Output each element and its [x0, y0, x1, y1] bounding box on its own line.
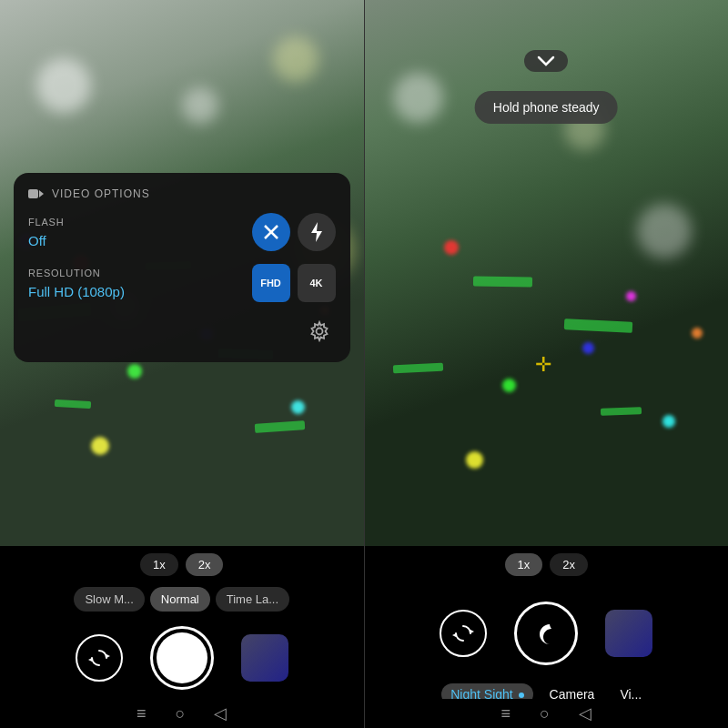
chevron-down-button[interactable]: [524, 50, 568, 72]
video-icon: [28, 187, 45, 200]
flash-row: FLASH Off: [28, 213, 336, 251]
back-icon-right[interactable]: ◁: [579, 703, 592, 723]
zoom-1x-right[interactable]: 1x: [505, 553, 543, 576]
left-controls-row: [0, 619, 364, 697]
svg-point-5: [316, 329, 322, 335]
video-options-panel: VIDEO OPTIONS FLASH Off: [14, 173, 350, 362]
flash-value: Off: [28, 233, 64, 248]
home-icon-right[interactable]: ○: [540, 704, 550, 723]
svg-marker-7: [88, 658, 92, 662]
svg-marker-6: [106, 654, 110, 658]
home-icon-left[interactable]: ○: [176, 704, 186, 723]
left-panel: VIDEO OPTIONS FLASH Off: [0, 0, 364, 728]
resolution-label: RESOLUTION: [28, 268, 125, 278]
timelapse-mode[interactable]: Time La...: [216, 587, 289, 612]
normal-mode[interactable]: Normal: [150, 587, 210, 612]
flip-camera-button-right[interactable]: [440, 610, 487, 657]
flash-off-button[interactable]: [252, 213, 290, 251]
right-nav-bar: ≡ ○ ◁: [365, 699, 729, 728]
resolution-value: Full HD (1080p): [28, 284, 125, 299]
resolution-row: RESOLUTION Full HD (1080p) FHD 4K: [28, 264, 336, 302]
gear-icon: [308, 320, 330, 342]
thumbnail-left[interactable]: [241, 634, 288, 682]
shutter-button-right[interactable]: [514, 602, 578, 665]
right-panel: ✛ Hold phone steady 1x 2x: [365, 0, 729, 728]
settings-button[interactable]: [303, 315, 336, 348]
flip-camera-icon-right: [451, 622, 475, 645]
mode-selector-row: Slow M... Normal Time La...: [74, 587, 289, 612]
right-zoom-row: 1x 2x: [505, 553, 588, 576]
svg-marker-4: [311, 222, 322, 242]
flip-camera-button-left[interactable]: [76, 634, 123, 682]
flash-on-icon: [309, 222, 324, 242]
menu-icon-right[interactable]: ≡: [501, 704, 511, 723]
fourk-button[interactable]: 4K: [298, 264, 336, 302]
panel-header: VIDEO OPTIONS: [28, 187, 336, 200]
flash-label: FLASH: [28, 217, 64, 228]
moon-icon: [530, 617, 562, 650]
shutter-inner-right: [521, 608, 571, 659]
svg-marker-1: [39, 190, 44, 197]
fhd-button[interactable]: FHD: [252, 264, 290, 302]
svg-marker-9: [452, 633, 456, 637]
flip-camera-icon-left: [87, 646, 111, 670]
flash-off-icon: [262, 223, 280, 241]
left-zoom-row: 1x 2x: [140, 553, 223, 576]
svg-rect-0: [28, 189, 38, 198]
shutter-button-left[interactable]: [150, 626, 214, 690]
right-controls-row: [365, 594, 729, 672]
flash-on-button[interactable]: [298, 213, 336, 251]
zoom-2x-left[interactable]: 2x: [186, 553, 224, 576]
slow-motion-mode[interactable]: Slow M...: [74, 587, 144, 612]
menu-icon-left[interactable]: ≡: [136, 704, 147, 723]
focus-crosshair: ✛: [535, 353, 557, 375]
thumbnail-right[interactable]: [605, 610, 652, 657]
right-bottom-bar: 1x 2x: [365, 546, 729, 728]
svg-marker-8: [470, 630, 474, 633]
night-sight-dot: [519, 693, 524, 698]
left-nav-bar: ≡ ○ ◁: [0, 699, 364, 728]
left-bottom-bar: 1x 2x Slow M... Normal Time La...: [0, 546, 364, 728]
chevron-down-icon: [537, 56, 555, 66]
hold-steady-badge: Hold phone steady: [475, 91, 618, 124]
zoom-1x-left[interactable]: 1x: [140, 553, 178, 576]
shutter-inner-left: [157, 632, 207, 683]
zoom-2x-right[interactable]: 2x: [550, 553, 588, 576]
back-icon-left[interactable]: ◁: [214, 703, 227, 723]
hold-steady-text: Hold phone steady: [493, 100, 600, 115]
panel-title: VIDEO OPTIONS: [52, 187, 150, 200]
